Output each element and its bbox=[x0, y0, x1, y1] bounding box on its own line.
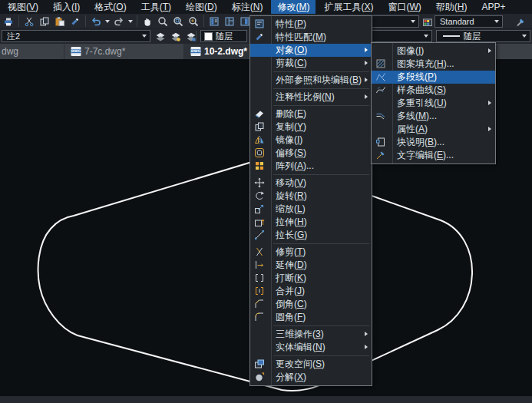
menu-item-hatch[interactable]: 图案填充(H)... bbox=[372, 58, 495, 71]
menu-item-mirror[interactable]: 镜像(I) bbox=[250, 134, 372, 147]
menubar-item-label: 窗口(W) bbox=[388, 2, 421, 12]
menu-item-block-description[interactable]: 块说明(B)... bbox=[372, 136, 495, 149]
menu-item-annotative-scale[interactable]: 注释性比例(N) bbox=[250, 91, 372, 104]
menubar-item-app-plus[interactable]: APP+ bbox=[475, 0, 511, 14]
submenu-arrow-icon bbox=[365, 61, 368, 65]
array-icon bbox=[254, 160, 265, 171]
menu-item-extend[interactable]: 延伸(D) bbox=[250, 259, 372, 272]
menu-item-properties[interactable]: 特性(P) bbox=[250, 18, 372, 31]
menu-item-multiline[interactable]: 多线(M)... bbox=[372, 110, 495, 123]
lengthen-icon bbox=[254, 230, 265, 240]
menu-item-polyline[interactable]: 多段线(P) bbox=[372, 71, 495, 84]
modify-menu: 特性(P)特性匹配(M)对象(O)剪裁(C)外部参照和块编辑(B)注释性比例(N… bbox=[249, 15, 372, 386]
menubar-item-modify[interactable]: 修改(M) bbox=[271, 0, 316, 14]
menu-item-offset[interactable]: 偏移(S) bbox=[250, 147, 372, 160]
menu-item-image[interactable]: 图像(I) bbox=[372, 45, 495, 58]
menubar-item-label: 视图(V) bbox=[8, 2, 38, 12]
layer-toolbar-buttons bbox=[154, 30, 197, 44]
undo-icon bbox=[91, 16, 101, 27]
copy-clip-button[interactable] bbox=[37, 15, 52, 28]
menu-item-erase[interactable]: 删除(E) bbox=[250, 107, 372, 121]
empty-icon-slot bbox=[254, 58, 265, 68]
properties-panel-button[interactable] bbox=[207, 15, 222, 28]
menu-item-break[interactable]: 打断(K) bbox=[250, 272, 372, 285]
menubar-item-help[interactable]: 帮助(H) bbox=[430, 0, 474, 14]
file-tab-dwg[interactable]: dwg bbox=[0, 44, 64, 59]
layer-states-icon bbox=[186, 31, 197, 42]
plot-button[interactable] bbox=[1, 15, 16, 28]
design-center-button[interactable] bbox=[222, 15, 237, 28]
menubar-item-format[interactable]: 格式(O) bbox=[88, 0, 132, 14]
menubar-item-label: 格式(O) bbox=[94, 2, 126, 12]
menu-item-trim[interactable]: 修剪(T) bbox=[250, 246, 372, 259]
menu-item-label: 修剪(T) bbox=[276, 246, 306, 257]
menu-item-3d-operations[interactable]: 三维操作(3) bbox=[250, 328, 372, 341]
menubar-item-view[interactable]: 视图(V) bbox=[2, 0, 45, 14]
menu-item-copy[interactable]: 复制(Y) bbox=[250, 121, 372, 134]
menu-item-text-edit[interactable]: 文字编辑(E)... bbox=[372, 149, 495, 162]
menu-item-match-properties[interactable]: 特性匹配(M) bbox=[250, 31, 372, 44]
cell-style-button[interactable] bbox=[420, 16, 435, 28]
menubar-item-draw[interactable]: 绘图(D) bbox=[180, 0, 223, 14]
menu-item-object[interactable]: 对象(O) bbox=[250, 44, 372, 57]
zoom-realtime-icon bbox=[157, 16, 168, 27]
file-tab-10-2-dwg[interactable]: DWG10-2.dwg* bbox=[184, 44, 258, 59]
menu-item-xref-block-edit[interactable]: 外部参照和块编辑(B) bbox=[250, 74, 372, 87]
menu-item-fillet[interactable]: 圆角(F) bbox=[250, 311, 372, 324]
menubar-item-dimension[interactable]: 标注(N) bbox=[226, 0, 269, 14]
menu-item-spline[interactable]: 样条曲线(S) bbox=[372, 84, 495, 97]
scale-icon bbox=[254, 203, 265, 214]
move-icon bbox=[254, 177, 265, 188]
redo-button[interactable] bbox=[111, 15, 127, 28]
menu-item-label: 倒角(C) bbox=[276, 299, 307, 309]
redo-dropdown[interactable] bbox=[127, 15, 134, 28]
color-combo[interactable]: 随层 bbox=[200, 30, 247, 42]
menu-item-solid-editing[interactable]: 实体编辑(N) bbox=[250, 341, 372, 354]
menu-item-change-space[interactable]: 更改空间(S) bbox=[250, 358, 372, 371]
menu-item-explode[interactable]: 分解(X) bbox=[250, 371, 372, 384]
menu-item-array[interactable]: 阵列(A)... bbox=[250, 160, 372, 173]
linetype-combo[interactable]: 随层 bbox=[436, 30, 530, 42]
menubar-item-tools[interactable]: 工具(T) bbox=[135, 0, 177, 14]
menu-item-scale[interactable]: 缩放(L) bbox=[250, 203, 372, 216]
quick-select-button[interactable] bbox=[513, 16, 528, 28]
match-properties-button[interactable] bbox=[68, 15, 83, 28]
layer-combo[interactable]: 注2 bbox=[2, 30, 150, 42]
menubar-item-express-tools[interactable]: 扩展工具(X) bbox=[318, 0, 379, 14]
layer-properties-button[interactable] bbox=[154, 30, 167, 44]
menubar-item-window[interactable]: 窗口(W) bbox=[382, 0, 427, 14]
menu-item-move[interactable]: 移动(V) bbox=[250, 177, 372, 190]
menu-item-rotate[interactable]: 旋转(R) bbox=[250, 190, 372, 203]
command-area[interactable] bbox=[0, 396, 532, 403]
menu-item-chamfer[interactable]: 倒角(C) bbox=[250, 298, 372, 311]
menu-item-label: 合并(J) bbox=[276, 286, 305, 296]
menu-item-join[interactable]: 合并(J) bbox=[250, 285, 372, 298]
pan-button[interactable] bbox=[140, 15, 155, 28]
menu-item-stretch[interactable]: 拉伸(H) bbox=[250, 216, 372, 229]
menu-item-label: 样条曲线(S) bbox=[397, 84, 446, 95]
cut-button[interactable] bbox=[21, 15, 37, 28]
undo-button[interactable] bbox=[88, 15, 104, 28]
menu-item-lengthen[interactable]: 拉长(G) bbox=[250, 229, 372, 242]
menu-item-label: 属性(A) bbox=[397, 124, 428, 134]
zoom-realtime-button[interactable] bbox=[155, 15, 170, 28]
menu-item-clip[interactable]: 剪裁(C) bbox=[250, 57, 372, 70]
paste-button[interactable] bbox=[52, 15, 68, 28]
layer-previous-button[interactable] bbox=[169, 30, 182, 44]
zoom-previous-button[interactable] bbox=[186, 15, 201, 28]
menu-item-label: 缩放(L) bbox=[276, 203, 306, 214]
menu-item-attribute[interactable]: 属性(A) bbox=[372, 123, 495, 136]
empty-icon-slot bbox=[375, 97, 386, 108]
style-combo[interactable]: Standard bbox=[435, 15, 503, 28]
empty-icon-slot bbox=[375, 124, 386, 134]
file-tab-7-7c-dwg[interactable]: DWG7-7c.dwg* bbox=[64, 44, 184, 59]
menubar-item-insert[interactable]: 插入(I) bbox=[47, 0, 86, 14]
menu-item-label: 打断(K) bbox=[276, 273, 306, 283]
menu-item-label: 块说明(B)... bbox=[397, 137, 444, 147]
zoom-window-button[interactable] bbox=[170, 15, 186, 28]
menu-item-multileader[interactable]: 多重引线(U) bbox=[372, 97, 495, 110]
toolbar-separator bbox=[18, 15, 19, 27]
undo-dropdown[interactable] bbox=[104, 15, 111, 28]
dropdown-caret-icon bbox=[128, 20, 133, 23]
linetype-value: 随层 bbox=[464, 31, 481, 42]
